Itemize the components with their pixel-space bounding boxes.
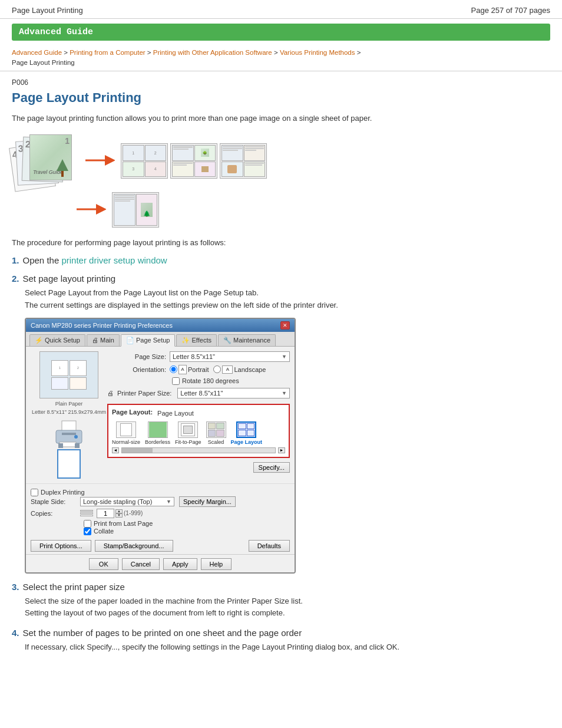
dialog-body: 1 2 Plain Paper Letter 8.5"x11" 215.9x27… <box>26 347 295 483</box>
printer-paper-size-arrow: ▼ <box>282 390 287 396</box>
diagram-area: 4 3 2 1 Travel Guide <box>12 134 550 187</box>
page-size-dropdown[interactable]: Letter 8.5"x11" ▼ <box>170 351 290 362</box>
collate-checkbox[interactable] <box>84 528 91 535</box>
staple-side-value: Long-side stapling (Top) <box>83 498 152 505</box>
page-layout-row-label: Page Layout: <box>112 409 153 416</box>
breadcrumb-link-3[interactable]: Printing with Other Application Software <box>153 49 272 56</box>
staple-side-dropdown[interactable]: Long-side stapling (Top) ▼ <box>80 497 174 506</box>
breadcrumb-current: Page Layout Printing <box>12 59 75 66</box>
arrow-1 <box>85 154 115 168</box>
specify-button[interactable]: Specify... <box>253 462 290 473</box>
layout-option-page-layout[interactable]: Page Layout <box>231 421 263 445</box>
copies-input[interactable] <box>97 509 114 518</box>
preview-pages: 1 2 <box>51 360 87 390</box>
scroll-track[interactable] <box>121 447 276 453</box>
step-2-num: 2. <box>12 274 19 284</box>
svg-rect-4 <box>62 433 76 435</box>
step-4-num: 4. <box>12 628 19 638</box>
printer-dialog: Canon MP280 series Printer Printing Pref… <box>25 318 296 574</box>
normal-size-icon <box>116 421 136 438</box>
rotate-checkbox[interactable] <box>172 377 180 385</box>
step-1-text-before: Open the <box>23 255 62 265</box>
step-3-label: Select the print paper size <box>23 582 125 592</box>
print-last-page-label: Print from Last Page <box>94 520 153 527</box>
duplex-checkbox[interactable] <box>31 489 38 496</box>
staple-row: Staple Side: Long-side stapling (Top) ▼ … <box>31 496 290 507</box>
page-size-label: Page Size: <box>107 353 166 360</box>
page-header-title: Page Layout Printing <box>12 6 83 15</box>
step-1: 1. Open the printer driver setup window <box>12 255 550 265</box>
svg-point-5 <box>74 435 78 439</box>
page-size-arrow: ▼ <box>282 354 287 360</box>
orientation-options: A Portrait A Landscape <box>170 365 266 374</box>
output-paper <box>57 449 81 479</box>
dialog-preview: 1 2 Plain Paper Letter 8.5"x11" 215.9x27… <box>31 351 107 479</box>
copies-down-btn[interactable]: ▼ <box>115 513 123 518</box>
breadcrumb-link-4[interactable]: Various Printing Methods <box>280 49 355 56</box>
apply-button[interactable]: Apply <box>163 558 197 570</box>
print-options-row: Print Options... Stamp/Background... Def… <box>26 538 295 554</box>
printer-paper-size-row: 🖨 Printer Paper Size: Letter 8.5"x11" ▼ <box>107 388 290 398</box>
dialog-tabs: ⚡ Quick Setup 🖨 Main 📄 Page Setup ✨ Effe… <box>26 332 295 347</box>
lower-settings: Duplex Printing Staple Side: Long-side s… <box>26 483 295 538</box>
duplex-row: Duplex Printing <box>31 489 290 496</box>
collate-label: Collate <box>94 528 114 535</box>
copies-row: Copies: ▲ ▼ (1-999) <box>31 507 290 520</box>
page-title: Page Layout Printing <box>12 90 550 106</box>
tab-main[interactable]: 🖨 Main <box>87 334 120 346</box>
tab-maintenance[interactable]: 🔧 Maintenance <box>218 334 276 346</box>
portrait-radio[interactable] <box>170 365 177 373</box>
layout-option-normal[interactable]: Normal-size <box>112 421 140 445</box>
stamp-bg-button[interactable]: Stamp/Background... <box>95 540 173 552</box>
copies-up-btn[interactable]: ▲ <box>115 509 123 513</box>
intro-text: The page layout printing function allows… <box>12 113 550 124</box>
fit-to-page-icon <box>178 421 198 438</box>
portrait-option[interactable]: A Portrait <box>170 365 209 374</box>
landscape-icon: A <box>222 365 233 374</box>
copies-range: (1-999) <box>124 510 143 516</box>
step-4-title: 4. Set the number of pages to be printed… <box>12 628 550 638</box>
scrollbar-row: ◄ ► <box>112 447 285 453</box>
layout-option-scaled[interactable]: Scaled <box>206 421 226 445</box>
cancel-button[interactable]: Cancel <box>122 558 160 570</box>
page-code: P006 <box>12 78 550 87</box>
ok-button[interactable]: OK <box>89 558 118 570</box>
page-layout-icon <box>236 421 256 438</box>
result-pages: 1 2 3 4 🌳 <box>121 143 267 179</box>
scaled-icon <box>206 421 226 438</box>
breadcrumb-link-1[interactable]: Advanced Guide <box>12 49 62 56</box>
printer-paper-size-label: Printer Paper Size: <box>117 390 171 397</box>
breadcrumb-link-2[interactable]: Printing from a Computer <box>70 49 145 56</box>
tab-quick-setup[interactable]: ⚡ Quick Setup <box>29 334 85 346</box>
scroll-left-btn[interactable]: ◄ <box>112 447 119 453</box>
page-header: Page Layout Printing Page 257 of 707 pag… <box>0 0 562 19</box>
arrow-2 <box>77 203 106 217</box>
fit-to-page-label: Fit-to-Page <box>175 439 201 445</box>
printer-driver-link[interactable]: printer driver setup window <box>61 255 167 265</box>
breadcrumb: Advanced Guide > Printing from a Compute… <box>0 45 562 71</box>
defaults-button[interactable]: Defaults <box>249 540 290 552</box>
tab-effects[interactable]: ✨ Effects <box>176 334 217 346</box>
help-button[interactable]: Help <box>201 558 232 570</box>
print-last-page-checkbox[interactable] <box>84 520 91 528</box>
preview-box: 1 2 <box>39 351 98 398</box>
layout-option-borderless[interactable]: Borderless <box>145 421 170 445</box>
landscape-radio[interactable] <box>213 365 221 373</box>
procedure-text: The procedure for performing page layout… <box>12 238 550 247</box>
landscape-option[interactable]: A Landscape <box>213 365 266 374</box>
svg-rect-8 <box>75 443 80 448</box>
rotate-row: Rotate 180 degrees <box>172 377 290 385</box>
quick-setup-label: Quick Setup <box>45 337 80 344</box>
dialog-close-button[interactable]: ✕ <box>280 321 290 330</box>
step-2-body: Select Page Layout from the Page Layout … <box>25 287 550 312</box>
layout-option-fit[interactable]: Fit-to-Page <box>175 421 201 445</box>
printer-paper-size-dropdown[interactable]: Letter 8.5"x11" ▼ <box>177 388 290 398</box>
copies-label: Copies: <box>31 510 78 517</box>
tab-page-setup[interactable]: 📄 Page Setup <box>121 334 176 347</box>
step-2-title: 2. Set page layout printing <box>12 274 550 284</box>
scroll-right-btn[interactable]: ► <box>278 447 285 453</box>
borderless-label: Borderless <box>145 439 170 445</box>
print-options-button[interactable]: Print Options... <box>31 540 91 552</box>
step-2: 2. Set page layout printing Select Page … <box>12 274 550 574</box>
specify-margin-button[interactable]: Specify Margin... <box>179 496 236 507</box>
